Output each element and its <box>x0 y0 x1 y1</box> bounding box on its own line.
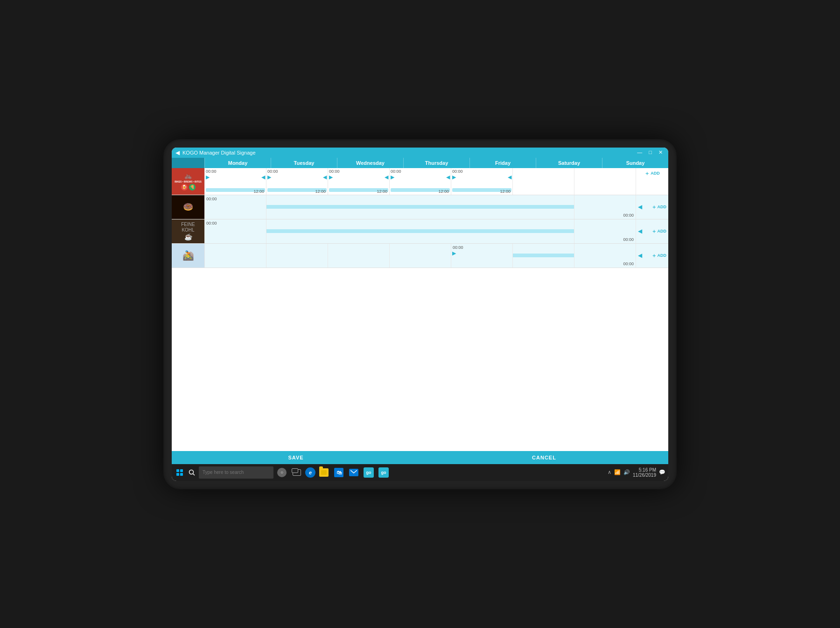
cortana-icon: ○ <box>277 468 287 477</box>
add-button-row4[interactable]: ＋ ADD <box>651 252 667 259</box>
cell-row1-tuesday: 00:00 ▶ ◀ 12:00 <box>266 168 328 195</box>
header-saturday: Saturday <box>536 158 602 168</box>
time-row1-thu-end: 12:00 <box>438 189 449 194</box>
time-row3-sun-end: 00:00 <box>623 237 634 242</box>
taskbar-app-explorer[interactable] <box>317 466 330 479</box>
svg-point-0 <box>189 470 194 474</box>
back-arrow-row3[interactable]: ◀ <box>638 228 642 234</box>
taskbar: ○ e 🛍 <box>172 464 668 481</box>
add-cell-row2: ◀ ＋ ADD <box>636 195 668 219</box>
taskbar-app-go2[interactable]: go <box>377 466 390 479</box>
add-label-row3: ADD <box>658 229 667 233</box>
time-row4-fri-start: 00:00 <box>453 245 463 250</box>
schedule-row-3: FEINEKOHL ☕ 00:00 00:00 ◀ <box>172 219 668 244</box>
svg-rect-2 <box>321 470 327 475</box>
arrow-row1-mon-right[interactable]: ▶ <box>206 174 210 180</box>
arrow-row1-wed-right[interactable]: ▶ <box>329 174 333 180</box>
tablet-screen: ◀ KOGO Manager Digital Signage — □ ✕ Mon… <box>172 148 668 481</box>
arrow-row1-thu-right[interactable]: ▶ <box>391 174 394 180</box>
thumbnail-3: FEINEKOHL ☕ <box>172 219 204 243</box>
explorer-icon <box>319 468 329 477</box>
taskbar-app-mail[interactable] <box>347 466 360 479</box>
day-headers: Monday Tuesday Wednesday Thursday Friday… <box>172 158 668 168</box>
add-button-row1[interactable]: ＋ ADD <box>644 170 660 177</box>
time-row1-thu-start: 00:00 <box>391 169 401 174</box>
full-bar-row4 <box>513 254 574 257</box>
taskbar-app-ie[interactable]: e <box>305 467 315 478</box>
add-cell-row1: ＋ ADD <box>636 168 668 195</box>
time-row1-fri-end: 12:00 <box>500 189 511 194</box>
arrow-row1-wed-left[interactable]: ◀ <box>385 174 388 180</box>
time-row1-wed-start: 00:00 <box>329 169 340 174</box>
cell-row4-friday: 00:00 ▶ <box>451 244 512 268</box>
add-label-row4: ADD <box>658 253 667 258</box>
close-button[interactable]: ✕ <box>657 149 665 155</box>
taskbar-app-go1[interactable]: go <box>362 466 375 479</box>
cell-row4-wednesday <box>328 244 389 268</box>
header-sunday: Sunday <box>602 158 668 168</box>
tablet-frame: ◀ KOGO Manager Digital Signage — □ ✕ Mon… <box>163 139 677 489</box>
go2-icon: go <box>378 467 389 478</box>
arrow-row1-fri-left[interactable]: ◀ <box>508 174 511 180</box>
ie-label: e <box>309 470 312 475</box>
arrow-row1-mon-left[interactable]: ◀ <box>261 174 265 180</box>
cell-row4-sunday: 00:00 <box>574 244 636 268</box>
arrow-row1-fri-right[interactable]: ▶ <box>452 174 456 180</box>
cell-row4-thursday <box>389 244 451 268</box>
taskbar-tray: ∧ 📶 🔊 5:16 PM 11/26/2019 💬 <box>608 467 665 478</box>
cell-row4-monday <box>204 244 266 268</box>
minimize-button[interactable]: — <box>635 149 644 155</box>
bottom-buttons: SAVE CANCEL <box>172 451 668 464</box>
window-controls: — □ ✕ <box>635 149 665 155</box>
arrow-row1-thu-left[interactable]: ◀ <box>446 174 450 180</box>
arrow-row4-fri[interactable]: ▶ <box>452 250 456 256</box>
cell-row1-saturday <box>512 168 574 195</box>
add-label-row1: ADD <box>651 171 660 176</box>
maximize-button[interactable]: □ <box>647 149 654 155</box>
windows-icon <box>176 469 183 476</box>
cancel-button[interactable]: CANCEL <box>420 451 668 464</box>
thumbnail-1: 🚲 BIKES • BREWS • BITES 🍺 🍕 <box>172 168 204 195</box>
svg-line-1 <box>193 473 195 475</box>
schedule-row-1: 🚲 BIKES • BREWS • BITES 🍺 🍕 00:00 ▶ <box>172 168 668 195</box>
thumb-bikes-brews: 🚲 BIKES • BREWS • BITES 🍺 🍕 <box>172 168 204 195</box>
save-button[interactable]: SAVE <box>172 451 420 464</box>
cell-row1-wednesday: 00:00 ▶ ◀ 12:00 <box>328 168 389 195</box>
cell-row3-sunday: 00:00 <box>574 219 636 243</box>
app-window: ◀ KOGO Manager Digital Signage — □ ✕ Mon… <box>172 148 668 464</box>
arrow-row1-tue-left[interactable]: ◀ <box>323 174 327 180</box>
add-label-row2: ADD <box>658 205 667 209</box>
cell-row2-sunday: 00:00 <box>574 195 636 219</box>
taskbar-app-multitask[interactable] <box>290 466 303 479</box>
search-input[interactable] <box>199 466 273 479</box>
tray-chevron[interactable]: ∧ <box>608 469 611 475</box>
arrow-row1-tue-right[interactable]: ▶ <box>267 174 271 180</box>
cell-row1-thursday: 00:00 ▶ ◀ 12:00 <box>389 168 451 195</box>
cell-row1-sunday <box>574 168 636 195</box>
search-icon-taskbar[interactable] <box>187 467 197 478</box>
taskbar-app-cortana[interactable]: ○ <box>275 466 288 479</box>
app-title: KOGO Manager Digital Signage <box>182 150 635 155</box>
schedule-content: 🚲 BIKES • BREWS • BITES 🍺 🍕 00:00 ▶ <box>172 168 668 464</box>
time-row1-mon-start: 00:00 <box>206 169 217 174</box>
time-row1-fri-start: 00:00 <box>452 169 463 174</box>
header-friday: Friday <box>469 158 536 168</box>
cell-row3-span <box>266 219 574 243</box>
title-bar: ◀ KOGO Manager Digital Signage — □ ✕ <box>172 148 668 158</box>
taskbar-app-store[interactable]: 🛍 <box>332 466 345 479</box>
notification-icon[interactable]: 💬 <box>659 469 665 475</box>
add-icon-row1: ＋ <box>644 170 650 177</box>
cell-row1-monday: 00:00 ▶ ◀ 12:00 <box>204 168 266 195</box>
thumb-donuts: 🍩 <box>172 195 204 219</box>
back-arrow-row4[interactable]: ◀ <box>638 252 642 259</box>
back-button[interactable]: ◀ <box>175 149 180 156</box>
thumb-coffee: FEINEKOHL ☕ <box>172 219 204 243</box>
cell-row2-monday: 00:00 <box>204 195 266 219</box>
empty-space <box>172 268 668 451</box>
full-bar-row3 <box>266 229 574 233</box>
add-button-row2[interactable]: ＋ ADD <box>651 204 667 211</box>
add-button-row3[interactable]: ＋ ADD <box>651 228 667 235</box>
back-arrow-row2[interactable]: ◀ <box>638 204 642 210</box>
start-button[interactable] <box>175 467 185 478</box>
network-icon: 📶 <box>614 469 621 475</box>
